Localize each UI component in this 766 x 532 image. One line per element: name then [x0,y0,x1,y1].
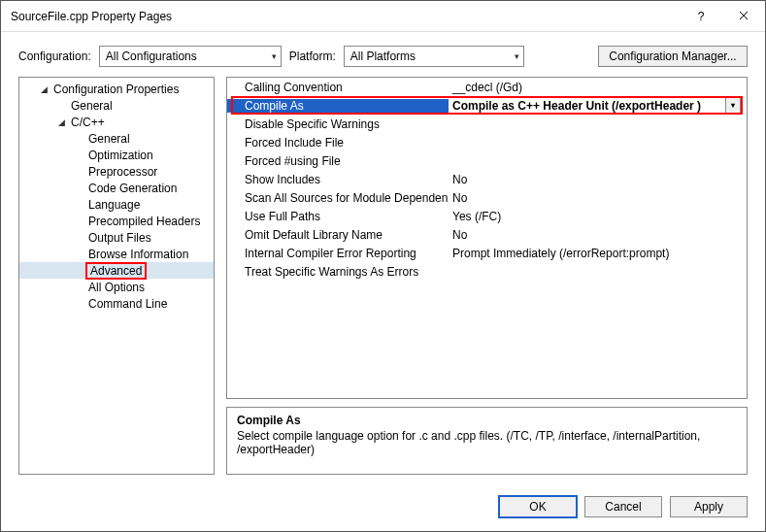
description-panel: Compile As Select compile language optio… [226,407,748,475]
configuration-manager-button[interactable]: Configuration Manager... [598,46,748,67]
tree-node-cpp-preprocessor[interactable]: Preprocessor [19,163,214,180]
tree-node-cpp-output-files[interactable]: Output Files [19,229,214,246]
configuration-value: All Configurations [106,50,197,63]
grid-row[interactable]: Scan All Sources for Module Dependencies… [227,188,747,207]
tree-node-cpp-general[interactable]: General [19,130,214,147]
tree-node-configuration-properties[interactable]: ◢ Configuration Properties [19,81,214,97]
grid-row[interactable]: Forced #using File [227,151,747,170]
grid-row[interactable]: Omit Default Library NameNo [227,225,747,244]
tree-node-general[interactable]: General [19,97,214,114]
platform-value: All Platforms [350,50,416,63]
close-button[interactable] [722,1,765,32]
tree-node-cpp[interactable]: ◢ C/C++ [19,114,214,130]
main-area: ◢ Configuration Properties General ◢ C/C… [1,77,765,486]
window-title: SourceFile.cpp Property Pages [11,10,680,23]
tree-node-cpp-advanced[interactable]: Advanced [19,262,214,279]
help-icon: ? [698,10,705,23]
grid-row[interactable]: Disable Specific Warnings [227,115,747,133]
description-body: Select compile language option for .c an… [237,429,737,456]
platform-combo[interactable]: All Platforms ▾ [344,46,524,67]
triangle-down-icon: ◢ [58,117,65,127]
chevron-down-icon: ▾ [272,51,277,61]
tree-node-cpp-browse-information[interactable]: Browse Information [19,246,214,262]
triangle-down-icon: ◢ [41,84,48,94]
configuration-label: Configuration: [18,50,91,63]
tree-node-cpp-all-options[interactable]: All Options [19,279,214,295]
grid-row[interactable]: Forced Include File [227,133,747,151]
platform-label: Platform: [289,50,336,63]
cancel-button[interactable]: Cancel [584,496,662,517]
nav-tree[interactable]: ◢ Configuration Properties General ◢ C/C… [18,77,215,475]
grid-row[interactable]: Show IncludesNo [227,170,747,188]
grid-row[interactable]: Treat Specific Warnings As Errors [227,262,747,281]
grid-row[interactable]: Use Full PathsYes (/FC) [227,207,747,225]
tree-node-cpp-precompiled-headers[interactable]: Precompiled Headers [19,213,214,229]
tree-node-cpp-command-line[interactable]: Command Line [19,295,214,312]
tree-node-cpp-language[interactable]: Language [19,196,214,213]
tree-node-cpp-optimization[interactable]: Optimization [19,147,214,163]
property-pages-dialog: SourceFile.cpp Property Pages ? Configur… [0,0,766,532]
config-row: Configuration: All Configurations ▾ Plat… [1,32,765,77]
titlebar: SourceFile.cpp Property Pages ? [1,1,765,32]
ok-button[interactable]: OK [499,496,577,517]
chevron-down-icon: ▾ [515,51,519,61]
configuration-combo[interactable]: All Configurations ▾ [99,46,282,67]
help-button[interactable]: ? [680,1,722,32]
close-icon [739,10,749,23]
tree-node-cpp-code-generation[interactable]: Code Generation [19,180,214,196]
grid-row[interactable]: Calling Convention __cdecl (/Gd) [227,78,747,96]
grid-row[interactable]: Internal Compiler Error ReportingPrompt … [227,244,747,262]
dropdown-button[interactable]: ▾ [725,97,741,114]
chevron-down-icon: ▾ [731,101,735,110]
right-column: Calling Convention __cdecl (/Gd) Compile… [226,77,748,475]
dialog-footer: OK Cancel Apply [1,486,765,531]
grid-row-compile-as[interactable]: Compile As Compile as C++ Header Unit (/… [227,96,747,115]
property-grid[interactable]: Calling Convention __cdecl (/Gd) Compile… [226,77,748,399]
apply-button[interactable]: Apply [670,496,748,517]
description-heading: Compile As [237,414,737,427]
